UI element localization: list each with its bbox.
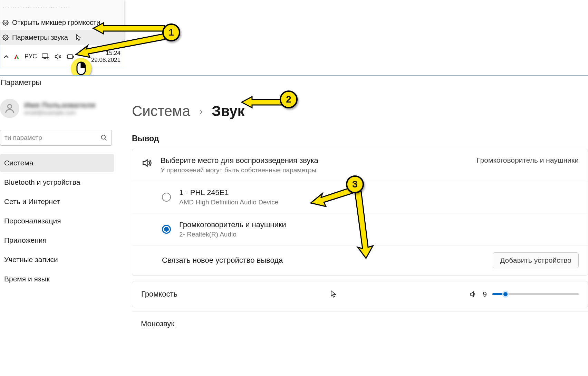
annotation-badge-3: 3 [346,175,364,193]
sidebar-item-label: Персонализация [4,217,61,225]
svg-point-9 [8,105,11,108]
app-title: Параметры [0,76,588,89]
device-name: 1 - PHL 245E1 [179,188,278,197]
annotation-arrow-1b [76,32,166,59]
speaker-icon [141,157,152,168]
battery-charging-icon[interactable] [67,54,74,59]
avatar [0,99,19,118]
annotation-badge-2: 2 [280,90,298,108]
svg-marker-15 [311,188,352,206]
output-heading: Вывод [132,134,588,143]
speaker-low-icon[interactable] [469,290,477,298]
current-output-label: Громкоговоритель и наушники [476,156,579,164]
sidebar-item-time-language[interactable]: Время и язык [0,270,114,288]
volume-panel: Громкость 9 [132,281,588,307]
annotation-arrow-3a [311,186,352,207]
main-content: Система › Звук Вывод Выберите место для … [114,89,588,375]
chevron-right-icon: › [199,105,203,117]
sidebar: Имя Пользователя email@example.com ти па… [0,89,114,375]
choose-output-sub: У приложений могут быть собственные пара… [161,166,318,174]
svg-point-0 [5,22,7,23]
svg-line-11 [105,139,107,141]
search-placeholder: ти параметр [4,134,42,142]
sidebar-item-apps[interactable]: Приложения [0,231,114,249]
annotation-arrow-3b [352,191,380,260]
sidebar-item-bluetooth[interactable]: Bluetooth и устройства [0,173,114,191]
add-device-button[interactable]: Добавить устройство [493,252,579,268]
breadcrumb-sound: Звук [212,103,244,119]
sidebar-item-label: Bluetooth и устройства [4,178,80,186]
svg-rect-3 [44,58,46,59]
breadcrumb-system[interactable]: Система [132,103,190,119]
device-name: Громкоговоритель и наушники [179,220,286,229]
pair-device-label: Связать новое устройство вывода [162,256,283,265]
svg-point-1 [5,37,7,38]
gear-icon [2,20,9,26]
chevron-up-icon[interactable] [4,55,9,58]
mono-sound-row[interactable]: Монозвук [132,311,588,336]
radio-checked[interactable] [162,225,171,234]
annotation-arrow-2 [242,95,283,109]
svg-marker-14 [242,97,282,108]
search-input[interactable]: ти параметр [0,130,112,146]
btn-label: Добавить устройство [500,256,571,264]
sidebar-item-personalization[interactable]: Персонализация [0,212,114,230]
sound-muted-icon[interactable] [54,53,62,60]
svg-rect-6 [73,56,74,58]
choose-output-title: Выберите место для воспроизведения звука [161,156,318,165]
sidebar-item-label: Приложения [4,236,47,244]
mono-label: Монозвук [141,319,174,328]
breadcrumb: Система › Звук [132,103,588,119]
radio-unchecked[interactable] [162,193,171,202]
choose-output-row[interactable]: Выберите место для воспроизведения звука… [132,149,588,181]
volume-label: Громкость [141,290,177,299]
device-sub: AMD High Definition Audio Device [179,199,278,206]
svg-marker-13 [76,34,165,57]
sidebar-item-accounts[interactable]: Учетные записи [0,251,114,269]
gear-icon [2,35,9,41]
dotted-truncation: ⋯⋯⋯⋯⋯⋯⋯⋯⋯ [2,3,71,12]
annotation-badge-1: 1 [162,23,180,41]
volume-slider[interactable] [492,293,579,295]
sidebar-item-label: Время и язык [4,275,50,283]
sidebar-item-label: Система [4,159,33,167]
svg-rect-5 [68,55,73,58]
ctx-item-troubleshoot[interactable]: ⋯⋯⋯⋯⋯⋯⋯⋯⋯ [0,0,124,15]
sidebar-item-system[interactable]: Система [0,154,114,172]
device-sub: 2- Realtek(R) Audio [179,231,286,238]
svg-point-4 [47,57,49,59]
profile-email: email@example.com [24,110,95,116]
tray-app-icon[interactable] [13,54,20,60]
sidebar-item-network[interactable]: Сеть и Интернет [0,193,114,211]
profile-name: Имя Пользователя [24,101,95,110]
svg-marker-16 [355,191,373,258]
language-indicator[interactable]: РУС [25,53,37,60]
slider-thumb[interactable] [502,291,509,298]
svg-point-10 [102,135,106,139]
ctx-label: Открыть микшер громкости [12,19,100,27]
svg-rect-2 [42,54,48,57]
sidebar-item-label: Учетные записи [4,256,58,263]
ctx-label: Параметры звука [12,33,68,41]
sidebar-item-label: Сеть и Интернет [4,197,60,205]
monitor-icon[interactable] [42,53,49,60]
profile-block[interactable]: Имя Пользователя email@example.com [0,99,114,128]
cursor-arrow-icon [331,290,336,298]
search-icon [100,134,107,141]
volume-value: 9 [483,290,487,298]
